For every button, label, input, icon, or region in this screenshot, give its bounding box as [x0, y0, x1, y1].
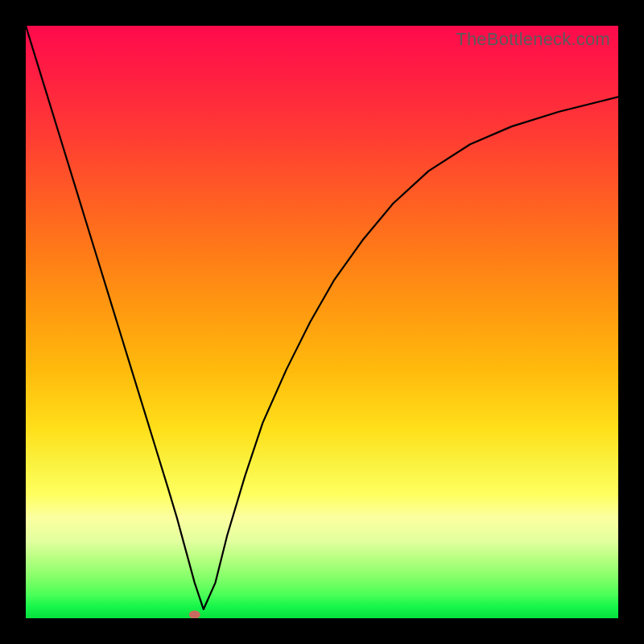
bottleneck-curve [26, 26, 618, 609]
optimum-marker [189, 611, 200, 618]
plot-area: TheBottleneck.com [26, 26, 618, 618]
bottleneck-curve-svg [26, 26, 618, 618]
chart-frame: TheBottleneck.com [0, 0, 644, 644]
